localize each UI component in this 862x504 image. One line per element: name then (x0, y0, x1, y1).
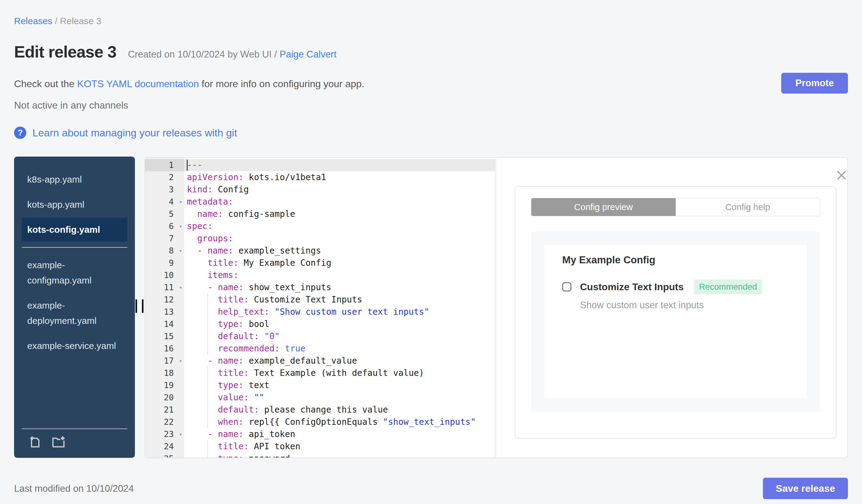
fold-arrow-icon[interactable]: ▾ (179, 281, 182, 294)
editor-line: 6▾spec: (145, 220, 495, 233)
preview-canvas: My Example Config Customize Text Inputs … (531, 231, 820, 412)
editor-line: 25 type: password (145, 453, 495, 457)
editor-line: 20 value: "" (145, 392, 495, 404)
sidebar-file[interactable]: example-service.yaml (22, 334, 127, 358)
fold-arrow-icon[interactable]: ▾ (179, 355, 182, 367)
sidebar-divider (22, 247, 127, 248)
indent-guide (207, 294, 208, 355)
editor-lines: 1---2apiVersion: kots.io/v1beta13kind: C… (145, 159, 495, 457)
last-modified-text: Last modified on 10/10/2024 (14, 483, 134, 494)
editor-line: 10 items: (145, 269, 495, 281)
sidebar-tools (22, 428, 127, 453)
fold-arrow-icon[interactable]: ▾ (179, 196, 182, 208)
breadcrumb: Releases / Release 3 (14, 16, 101, 26)
breadcrumb-separator: / (52, 16, 60, 26)
indent-guide (207, 367, 208, 428)
editor-line: 3kind: Config (145, 184, 495, 196)
docs-hint: Check out the KOTS YAML documentation fo… (14, 78, 364, 90)
config-item-row: Customize Text Inputs Recommended (562, 279, 807, 294)
fold-arrow-icon[interactable]: ▾ (179, 428, 182, 440)
add-file-icon[interactable] (27, 435, 42, 450)
sidebar-file[interactable]: example-deployment.yaml (22, 294, 127, 333)
fold-arrow-icon[interactable]: ▾ (179, 220, 182, 233)
editor-line: 24 title: API token (145, 440, 495, 453)
add-folder-icon[interactable] (51, 435, 66, 450)
sidebar-file[interactable]: example-configmap.yaml (22, 253, 127, 292)
editor-line: 18 title: Text Example (with default val… (145, 367, 495, 379)
breadcrumb-link-releases[interactable]: Releases (14, 16, 52, 26)
resize-handle-left[interactable] (135, 300, 143, 313)
page-title: Edit release 3 (14, 42, 116, 61)
editor-line: 5 name: config-sample (145, 208, 495, 220)
channel-status: Not active in any channels (14, 100, 129, 111)
indent-guide (207, 440, 208, 457)
file-list-top: k8s-app.yamlkots-app.yamlkots-config.yam… (14, 168, 135, 242)
editor-line: 1--- (145, 159, 495, 171)
git-releases-link[interactable]: Learn about managing your releases with … (32, 127, 237, 139)
editor-line: 22 when: repl{{ ConfigOptionEquals "show… (145, 416, 495, 428)
customize-text-inputs-checkbox[interactable] (562, 282, 571, 291)
editor-line: 2apiVersion: kots.io/v1beta1 (145, 171, 495, 184)
editor-line: 14 type: bool (145, 318, 495, 330)
breadcrumb-current: Release 3 (60, 16, 101, 26)
editor-line: 21 default: please change this value (145, 404, 495, 416)
title-row: Edit release 3 Created on 10/10/2024 by … (14, 42, 337, 61)
editor-line: 12 title: Customize Text Inputs (145, 294, 495, 306)
editor-line: 11▾ - name: show_text_inputs (145, 281, 495, 294)
config-item-label[interactable]: Customize Text Inputs (580, 281, 684, 293)
recommended-badge: Recommended (694, 279, 762, 294)
editor-line: 19 type: text (145, 379, 495, 392)
tab-config-preview[interactable]: Config preview (531, 198, 676, 216)
editor-line: 17▾ - name: example_default_value (145, 355, 495, 367)
sidebar-file[interactable]: kots-app.yaml (22, 193, 127, 216)
page: Releases / Release 3 Edit release 3 Crea… (0, 0, 862, 504)
sidebar-file[interactable]: k8s-app.yaml (22, 168, 127, 191)
close-preview-icon[interactable] (836, 170, 847, 181)
editor-preview-card: 1---2apiVersion: kots.io/v1beta13kind: C… (145, 158, 847, 458)
save-release-button[interactable]: Save release (763, 478, 848, 499)
editor-line: 4▾metadata: (145, 196, 495, 208)
git-help-row[interactable]: ? Learn about managing your releases wit… (14, 127, 237, 139)
created-prefix: Created on 10/10/2024 by Web UI / (128, 49, 279, 59)
author-link[interactable]: Paige Calvert (279, 49, 337, 59)
file-sidebar: k8s-app.yamlkots-app.yamlkots-config.yam… (14, 157, 135, 458)
config-group-title: My Example Config (562, 253, 807, 267)
editor-line: 23▾ - name: api_token (145, 428, 495, 440)
editor-line: 9 title: My Example Config (145, 257, 495, 269)
preview-tabbar: Config previewConfig help (531, 198, 820, 216)
docs-hint-pre: Check out the (14, 78, 77, 89)
question-circle-icon: ? (14, 127, 26, 139)
kots-docs-link[interactable]: KOTS YAML documentation (77, 78, 199, 89)
config-preview-panel: Config previewConfig help My Example Con… (515, 186, 836, 438)
main-area: k8s-app.yamlkots-app.yamlkots-config.yam… (14, 158, 848, 458)
tab-config-help[interactable]: Config help (676, 198, 820, 216)
created-meta: Created on 10/10/2024 by Web UI / Paige … (128, 49, 337, 60)
editor-line: 15 default: "0" (145, 330, 495, 343)
editor-line: 8▾ - name: example_settings (145, 245, 495, 257)
fold-arrow-icon[interactable]: ▾ (179, 245, 182, 257)
editor-line: 13 help_text: "Show custom user text inp… (145, 306, 495, 318)
editor-line: 16 recommended: true (145, 343, 495, 355)
file-list-bottom: example-configmap.yamlexample-deployment… (14, 253, 135, 358)
config-item-help: Show custom user text inputs (580, 300, 807, 311)
promote-button[interactable]: Promote (781, 73, 848, 94)
yaml-code-editor[interactable]: 1---2apiVersion: kots.io/v1beta13kind: C… (145, 158, 495, 457)
text-cursor (186, 160, 188, 171)
docs-hint-post: for more info on configuring your app. (199, 78, 364, 89)
sidebar-file-selected[interactable]: kots-config.yaml (22, 218, 127, 242)
config-group-box: My Example Config Customize Text Inputs … (545, 245, 807, 398)
editor-line: 7 groups: (145, 233, 495, 245)
